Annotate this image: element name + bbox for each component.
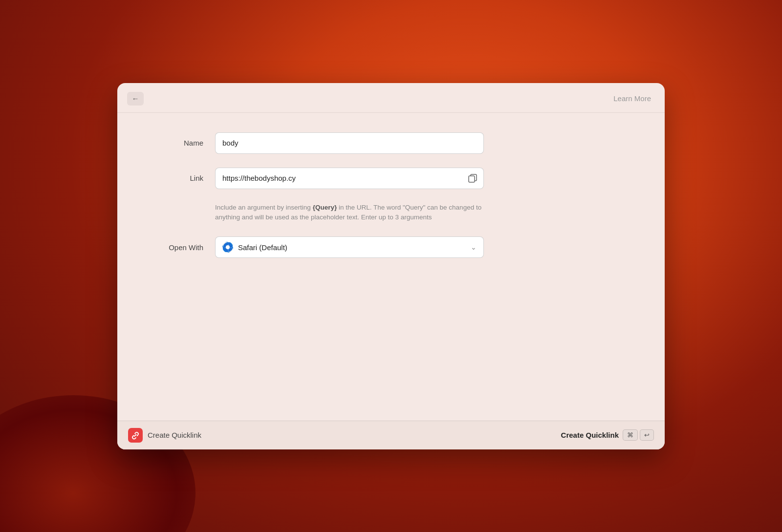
open-with-row: Open With Safari (Def — [147, 236, 635, 258]
open-with-left: Safari (Default) — [222, 242, 287, 253]
footer-left: Create Quicklink — [128, 428, 201, 443]
main-window: ← Learn More Name Link — [117, 83, 665, 449]
link-copy-button[interactable] — [466, 172, 479, 185]
footer-right: Create Quicklink ⌘ ↩ — [561, 429, 654, 441]
learn-more-button[interactable]: Learn More — [613, 94, 651, 103]
create-quicklink-button[interactable]: Create Quicklink — [561, 431, 619, 439]
footer-create-label: Create Quicklink — [148, 431, 201, 439]
safari-icon — [222, 242, 233, 253]
link-label: Link — [147, 174, 215, 182]
keyboard-shortcut-group: ⌘ ↩ — [623, 429, 654, 441]
name-input[interactable] — [215, 132, 484, 154]
open-with-browser-name: Safari (Default) — [238, 243, 287, 252]
link-input-wrapper — [215, 168, 484, 189]
hint-text: Include an argument by inserting {Query}… — [215, 203, 484, 223]
form-content: Name Link Include an argument by inserti… — [117, 113, 665, 421]
open-with-select[interactable]: Safari (Default) ⌄ — [215, 236, 484, 258]
link-input[interactable] — [215, 168, 484, 189]
open-with-label: Open With — [147, 243, 215, 252]
query-token: {Query} — [313, 204, 337, 211]
back-button[interactable]: ← — [127, 92, 144, 106]
hint-spacer — [147, 203, 215, 223]
chevron-down-icon: ⌄ — [471, 243, 477, 251]
top-bar: ← Learn More — [117, 83, 665, 113]
name-row: Name — [147, 132, 635, 154]
hint-row: Include an argument by inserting {Query}… — [147, 203, 635, 223]
link-row: Link — [147, 168, 635, 189]
quicklink-icon — [128, 428, 143, 443]
cmd-key: ⌘ — [623, 429, 638, 441]
enter-key: ↩ — [640, 429, 654, 441]
name-label: Name — [147, 139, 215, 147]
footer: Create Quicklink Create Quicklink ⌘ ↩ — [117, 421, 665, 449]
svg-rect-0 — [469, 176, 475, 182]
